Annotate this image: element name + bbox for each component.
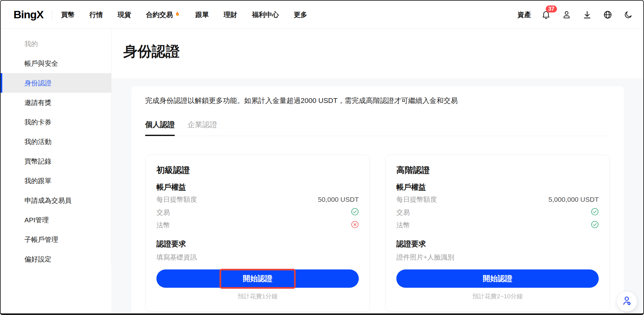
basic-verification-card: 初級認證 帳戶權益 每日提幣額度 50,000 USDT 交易 [145,155,370,312]
start-verification-button-basic[interactable]: 開始認證 [156,269,359,288]
bingx-logo[interactable]: BingX [13,8,43,21]
nav-item[interactable]: 福利中心 [252,10,279,19]
benefit-value: 5,000,000 USDT [549,196,599,203]
benefit-row: 法幣 [156,220,359,231]
benefit-row: 每日提幣額度 50,000 USDT [156,194,359,205]
sidebar-item-6[interactable]: 買幣記錄 [1,151,111,171]
sidebar-item-label: 我的跟單 [24,176,51,185]
verification-tabs: 個人認證 企業認證 [145,120,610,136]
nav-item-label: 行情 [89,10,103,19]
sidebar-item-8[interactable]: 申請成為交易員 [1,191,111,210]
nav-item-label: 現貨 [118,10,131,19]
content-background: 完成身份認證以解鎖更多功能。如累計入金量超過2000 USDT，需完成高階認證才… [111,78,643,313]
nav-item[interactable]: 行情 [89,10,103,19]
sidebar-item-label: 邀請有獎 [24,98,51,107]
nav-item-label: 福利中心 [252,10,279,19]
benefit-label: 法幣 [396,221,410,230]
page-title: 身份認證 [123,44,643,59]
assets-link[interactable]: 資產 [517,10,531,19]
download-icon [582,10,592,20]
benefit-value: 50,000 USDT [318,196,359,203]
requirement-text: 證件照片+人臉識別 [396,253,599,262]
benefits-heading: 帳戶權益 [396,182,599,192]
sidebar-item-label: 申請成為交易員 [24,196,72,205]
benefit-label: 每日提幣額度 [396,195,437,204]
sidebar-item-4[interactable]: 我的卡券 [1,112,111,132]
language-button[interactable] [602,9,613,20]
sidebar-item-11[interactable]: 偏好設定 [1,249,111,269]
sidebar-section-label: 我的 [1,34,111,54]
benefit-row: 法幣 [396,220,599,231]
account-button[interactable] [561,9,572,20]
flame-icon [174,11,181,19]
moon-icon [624,10,633,19]
cross-circle-icon [351,221,359,230]
nav-item-label: 跟單 [195,10,209,19]
sidebar-item-2[interactable]: 身份認證 [1,73,111,93]
sidebar-item-label: 我的卡券 [24,118,51,127]
nav-item[interactable]: 買幣 [61,10,75,19]
nav-item[interactable]: 合約交易 [146,10,181,19]
sidebar-item-7[interactable]: 我的跟單 [1,171,111,191]
download-app-button[interactable] [582,9,593,20]
check-circle-icon [351,208,359,217]
user-icon [562,10,571,20]
tab-enterprise-verification[interactable]: 企業認證 [188,120,217,136]
sidebar-item-label: 身份認證 [24,79,51,88]
top-navigation-bar: BingX 買幣行情現貨合約交易跟單理財福利中心更多 資產 37 [1,1,643,29]
main-content: 身份認證 完成身份認證以解鎖更多功能。如累計入金量超過2000 USDT，需完成… [111,29,643,313]
card-title: 高階認證 [396,165,599,176]
benefit-row: 每日提幣額度 5,000,000 USDT [396,194,599,205]
sidebar-item-label: 子帳戶管理 [24,235,58,244]
requirement-text: 填寫基礎資訊 [156,253,359,262]
benefit-label: 每日提幣額度 [156,195,197,204]
benefit-label: 交易 [396,208,410,217]
sidebar-item-label: API管理 [24,216,49,225]
time-estimate-caption: 預計花費1分鐘 [156,292,359,301]
nav-item-label: 合約交易 [146,10,173,19]
nav-item-label: 買幣 [61,10,75,19]
tab-personal-verification[interactable]: 個人認證 [145,120,175,136]
sidebar-item-9[interactable]: API管理 [1,210,111,230]
benefit-row: 交易 [156,207,359,218]
page-header: 身份認證 [111,29,643,78]
sidebar-item-label: 帳戶與安全 [24,59,58,68]
sidebar-item-1[interactable]: 帳戶與安全 [1,54,111,73]
requirements-heading: 認證要求 [396,239,599,249]
nav-item-label: 理財 [224,10,237,19]
nav-item[interactable]: 理財 [224,10,237,19]
nav-item[interactable]: 跟單 [195,10,209,19]
nav-item[interactable]: 現貨 [118,10,131,19]
advanced-verification-card: 高階認證 帳戶權益 每日提幣額度 5,000,000 USDT 交易 [385,155,610,312]
notification-count-badge: 37 [546,5,557,13]
nav-item-label: 更多 [294,10,307,19]
divider [52,10,52,20]
verification-description: 完成身份認證以解鎖更多功能。如累計入金量超過2000 USDT，需完成高階認證才… [145,96,610,106]
card-title: 初級認證 [156,165,359,176]
sidebar-item-label: 買幣記錄 [24,157,51,166]
sidebar: 我的 帳戶與安全身份認證邀請有獎我的卡券我的活動買幣記錄我的跟單申請成為交易員A… [1,29,111,313]
notifications-button[interactable]: 37 [541,9,551,20]
globe-icon [603,10,613,20]
sidebar-item-5[interactable]: 我的活動 [1,132,111,151]
nav-item[interactable]: 更多 [294,10,307,19]
sidebar-item-label: 我的活動 [24,137,51,146]
time-estimate-caption: 預計花費2~10分鐘 [396,292,599,301]
benefit-label: 法幣 [156,221,170,230]
check-circle-icon [591,208,599,217]
benefits-heading: 帳戶權益 [156,182,359,192]
theme-toggle-button[interactable] [623,9,634,20]
browser-window: BingX 買幣行情現貨合約交易跟單理財福利中心更多 資產 37 [0,0,644,315]
customer-support-button[interactable] [617,292,637,311]
sidebar-item-label: 偏好設定 [24,255,51,264]
check-circle-icon [591,221,599,230]
main-nav: 買幣行情現貨合約交易跟單理財福利中心更多 [61,10,307,19]
sidebar-item-10[interactable]: 子帳戶管理 [1,230,111,249]
requirements-heading: 認證要求 [156,239,359,249]
sidebar-item-3[interactable]: 邀請有獎 [1,93,111,112]
verification-panel: 完成身份認證以解鎖更多功能。如累計入金量超過2000 USDT，需完成高階認證才… [131,86,624,313]
topbar-right: 資產 37 [517,9,634,20]
benefit-row: 交易 [396,207,599,218]
benefit-label: 交易 [156,208,170,217]
start-verification-button-advanced[interactable]: 開始認證 [396,269,599,288]
